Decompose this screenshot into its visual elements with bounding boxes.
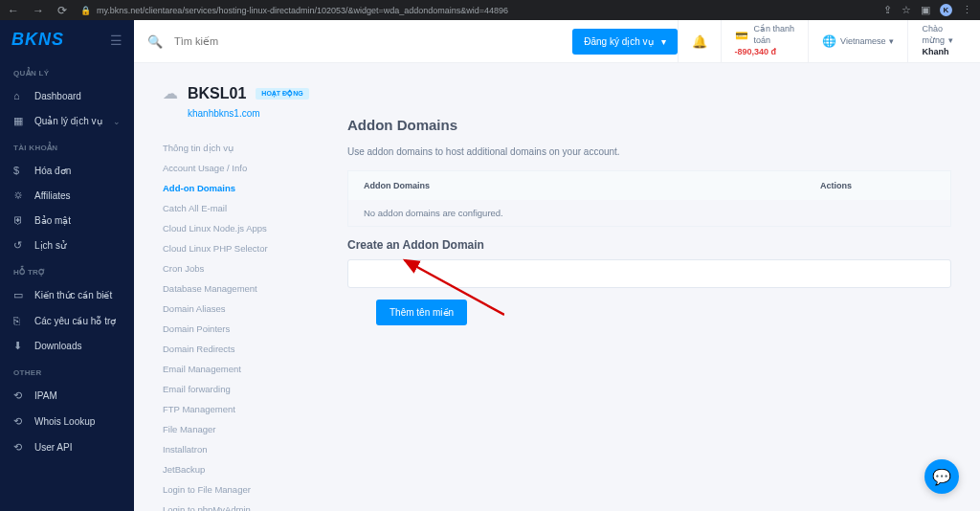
submenu-item[interactable]: Catch All E-mail: [163, 198, 340, 218]
sidebar-item[interactable]: ⎘Các yêu cầu hỗ trợ: [0, 308, 134, 333]
sidebar-item-icon: ▭: [13, 289, 25, 301]
submenu-item[interactable]: File Manager: [163, 419, 340, 439]
sidebar-item[interactable]: ↺Lịch sử: [0, 233, 134, 258]
register-button[interactable]: Đăng ký dịch vụ ▾: [572, 29, 677, 55]
sidebar-item-icon: ▦: [13, 115, 25, 127]
user-menu[interactable]: Chào mừng ▾ Khanh: [907, 20, 967, 63]
submenu-item[interactable]: Domain Pointers: [163, 319, 340, 339]
submenu-item[interactable]: Thông tin dịch vụ: [163, 138, 340, 158]
addon-table: Addon Domains Actions No addon domains a…: [347, 170, 951, 227]
hamburger-icon[interactable]: ☰: [110, 33, 122, 48]
search-icon: 🔍: [147, 34, 163, 49]
submenu-item[interactable]: Login to File Manager: [163, 479, 340, 500]
sidebar-item[interactable]: ▭Kiến thức cần biết: [0, 282, 134, 308]
domain-link[interactable]: khanhbkns1.com: [188, 108, 340, 119]
status-badge: HOẠT ĐỘNG: [256, 88, 308, 100]
page-title: Addon Domains: [347, 117, 951, 133]
create-title: Create an Addon Domain: [347, 238, 951, 252]
submenu-item[interactable]: Cron Jobs: [163, 258, 340, 278]
service-name: BKSL01: [188, 85, 246, 102]
search-input[interactable]: [174, 35, 366, 47]
sidebar-section-title: HỖ TRỢ: [0, 258, 134, 282]
sidebar-item[interactable]: ⛨Bảo mật: [0, 208, 134, 233]
submenu-item[interactable]: Database Management: [163, 278, 340, 299]
table-header-domains: Addon Domains: [364, 181, 820, 190]
submenu-item[interactable]: Account Usage / Info: [163, 158, 340, 178]
table-header-actions: Actions: [820, 181, 935, 190]
globe-icon: 🌐: [822, 34, 836, 48]
topbar: 🔍 Đăng ký dịch vụ ▾ 🔔 💳 Cần thanh toán: [134, 20, 980, 63]
sidebar-item-icon: ⟲: [13, 415, 25, 428]
sidebar-item[interactable]: $Hóa đơn: [0, 158, 134, 183]
chevron-down-icon: ▾: [661, 36, 666, 47]
sidebar-item-label: Lịch sử: [34, 240, 66, 251]
submenu-item[interactable]: Installatron: [163, 439, 340, 459]
sidebar-item-label: Whois Lookup: [34, 416, 95, 427]
sidebar-item-icon: ⌂: [13, 90, 25, 101]
submenu-item[interactable]: Add-on Domains: [163, 178, 340, 198]
bell-icon[interactable]: 🔔: [692, 34, 707, 49]
language-selector[interactable]: 🌐 Vietnamese ▾: [808, 20, 907, 63]
sidebar-item[interactable]: ⟲User API: [0, 434, 134, 460]
submenu-item[interactable]: Login to phpMyAdmin: [163, 500, 340, 511]
submenu-item[interactable]: Cloud Linux Node.js Apps: [163, 218, 340, 238]
submenu-item[interactable]: Email forwarding: [163, 379, 340, 399]
url-text: my.bkns.net/clientarea/services/hosting-…: [97, 6, 508, 15]
menu-icon[interactable]: ⋮: [962, 4, 972, 16]
sidebar-item-label: User API: [34, 442, 72, 453]
balance-box[interactable]: 💳 Cần thanh toán -890,340 đ: [721, 20, 809, 63]
reload-icon[interactable]: ⟳: [57, 4, 67, 17]
submenu-item[interactable]: JetBackup: [163, 459, 340, 479]
sidebar-item-label: Bảo mật: [34, 215, 71, 226]
extensions-icon[interactable]: ▣: [921, 4, 930, 16]
url-bar[interactable]: 🔒 my.bkns.net/clientarea/services/hostin…: [77, 6, 874, 15]
sidebar-item-label: Kiến thức cần biết: [34, 290, 112, 300]
card-icon: 💳: [735, 29, 748, 42]
page-description: Use addon domains to host additional dom…: [347, 146, 951, 157]
submenu-item[interactable]: Email Management: [163, 359, 340, 379]
sidebar-item-icon: ↺: [13, 239, 25, 252]
sidebar-section-title: OTHER: [0, 359, 134, 383]
sidebar-item-icon: ⛨: [13, 214, 25, 226]
lock-icon: 🔒: [80, 6, 91, 15]
sidebar-item-icon: $: [13, 165, 25, 176]
table-empty-row: No addon domains are configured.: [348, 200, 950, 226]
sidebar-item-label: IPAM: [34, 390, 57, 401]
sidebar-item-label: Các yêu cầu hỗ trợ: [34, 316, 116, 326]
sidebar-item[interactable]: ⟲Whois Lookup: [0, 409, 134, 434]
sidebar-item-label: Affiliates: [34, 190, 71, 201]
sidebar-item[interactable]: ⟲IPAM: [0, 383, 134, 409]
back-icon[interactable]: ←: [8, 4, 19, 17]
profile-avatar[interactable]: K: [940, 4, 952, 16]
chevron-down-icon: ▾: [948, 35, 953, 47]
sidebar-item-label: Downloads: [34, 341, 81, 351]
sidebar-item-icon: ⎘: [13, 315, 25, 326]
sidebar: BKNS ☰ QUẢN LÝ⌂Dashboard▦Quản lý dịch vụ…: [0, 20, 134, 511]
sidebar-item-label: Hóa đơn: [34, 166, 71, 176]
chevron-down-icon: ▾: [889, 36, 894, 46]
forward-icon[interactable]: →: [33, 4, 44, 17]
sidebar-item[interactable]: ⌂Dashboard: [0, 83, 134, 108]
submenu-item[interactable]: Domain Redirects: [163, 339, 340, 359]
chat-bubble[interactable]: 💬: [924, 459, 959, 494]
share-icon[interactable]: ⇪: [883, 4, 892, 16]
sidebar-section-title: QUẢN LÝ: [0, 59, 134, 83]
sidebar-item[interactable]: ⛭Affiliates: [0, 183, 134, 208]
star-icon[interactable]: ☆: [902, 4, 911, 16]
sidebar-item-icon: ⬇: [13, 340, 25, 352]
sidebar-item-icon: ⟲: [13, 389, 25, 402]
sidebar-item-icon: ⟲: [13, 441, 25, 454]
logo[interactable]: BKNS: [11, 30, 64, 50]
add-domain-button[interactable]: Thêm tên miền: [376, 300, 467, 325]
addon-domain-input[interactable]: [347, 259, 951, 288]
sidebar-item[interactable]: ▦Quản lý dịch vụ⌄: [0, 108, 134, 134]
chevron-down-icon: ⌄: [113, 117, 121, 126]
sidebar-item[interactable]: ⬇Downloads: [0, 333, 134, 359]
sidebar-item-icon: ⛭: [13, 189, 25, 201]
submenu-item[interactable]: Domain Aliases: [163, 299, 340, 319]
cloud-icon: ☁: [163, 84, 178, 102]
submenu-item[interactable]: FTP Management: [163, 399, 340, 419]
sidebar-item-label: Quản lý dịch vụ: [34, 116, 102, 126]
sidebar-item-label: Dashboard: [34, 91, 81, 101]
submenu-item[interactable]: Cloud Linux PHP Selector: [163, 238, 340, 258]
